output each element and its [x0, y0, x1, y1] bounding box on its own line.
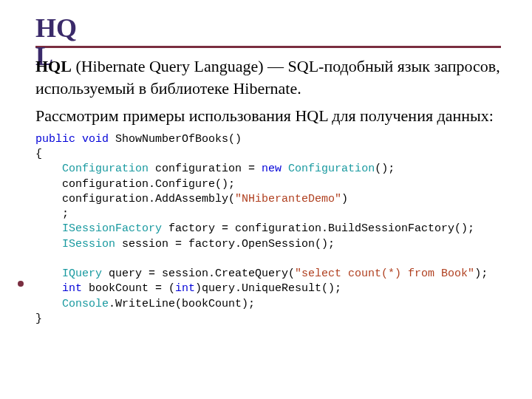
method-sig: ShowNumberOfBooks()	[109, 133, 242, 146]
type-configuration2: Configuration	[288, 163, 375, 175]
txt: factory = configuration.BuildSessionFact…	[162, 222, 474, 235]
title-rule	[35, 46, 501, 48]
txt: query = session.CreateQuery(	[102, 267, 295, 280]
txt: configuration =	[149, 163, 262, 175]
str-query: "select count(*) from Book"	[295, 267, 474, 280]
kw-void: void	[82, 133, 109, 146]
type-isession: ISession	[62, 238, 115, 250]
brace-close: }	[35, 313, 42, 325]
indent	[35, 298, 62, 310]
txt: );	[474, 267, 488, 280]
indent	[35, 222, 62, 235]
examples-paragraph: Рассмотрим примеры использования HQL для…	[35, 105, 502, 128]
type-iquery: IQuery	[62, 267, 102, 280]
kw-public: public	[35, 133, 75, 146]
brace-open: {	[35, 148, 42, 160]
type-console: Console	[62, 298, 109, 310]
indent	[35, 238, 62, 250]
type-isessionfactory: ISessionFactory	[62, 222, 162, 235]
kw-int: int	[62, 282, 82, 295]
txt: )	[341, 193, 348, 205]
txt: bookCount = (	[82, 282, 175, 295]
txt: .WriteLine(bookCount);	[109, 298, 255, 310]
txt: configuration.AddAssembly(	[35, 193, 235, 205]
txt: session = factory.OpenSession();	[115, 238, 335, 250]
indent	[35, 267, 62, 280]
str-nhib: "NHiberanteDemo"	[235, 193, 341, 205]
txt	[282, 163, 288, 175]
type-configuration: Configuration	[62, 163, 149, 175]
txt: ();	[375, 163, 395, 175]
hql-term: HQL	[35, 57, 72, 75]
intro-paragraph: HQL (Hibernate Query Language) — SQL-под…	[35, 55, 502, 101]
line-configure: configuration.Configure();	[35, 178, 235, 191]
bullet-icon	[18, 281, 24, 287]
indent	[35, 163, 62, 175]
kw-new: new	[262, 163, 282, 175]
indent	[35, 282, 62, 295]
txt: )query.UniqueResult();	[195, 282, 341, 295]
code-block: public void ShowNumberOfBooks() { Config…	[35, 132, 502, 327]
semicolon-line: ;	[35, 208, 69, 220]
intro-text: (Hibernate Query Language) — SQL-подобны…	[35, 57, 500, 98]
kw-int2: int	[175, 282, 195, 295]
